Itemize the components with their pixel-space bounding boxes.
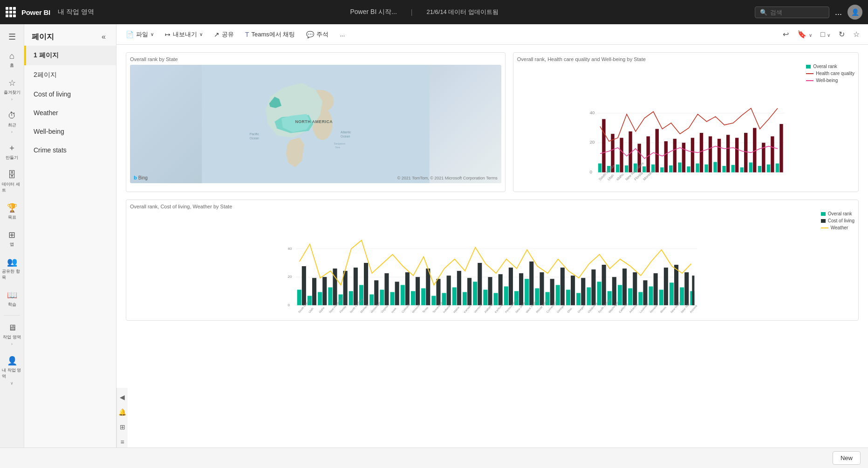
teams-button[interactable]: T Teams에서 채팅 [241,28,299,41]
svg-rect-102 [436,279,440,305]
svg-rect-48 [718,139,721,172]
right-panel-collapse-icon[interactable]: ◀ [118,392,127,403]
comment-button[interactable]: 💬 주석 [302,28,332,41]
map-svg: NORTH AMERICA Pacific Ocean Atlantic Oce… [130,65,501,183]
svg-rect-51 [731,165,734,172]
svg-text:20: 20 [288,275,292,279]
svg-rect-79 [318,292,322,305]
svg-rect-131 [587,287,591,305]
sidebar-item-learn[interactable]: 📖 학습 [0,286,24,311]
weather-label: Weather [34,109,58,117]
page-item-page2[interactable]: 2페이지 [24,65,116,85]
sidebar-item-create[interactable]: + 만들기 [0,140,24,165]
svg-text:Sea: Sea [335,146,340,149]
bookmark-button[interactable]: 🔖 ∨ [794,28,814,41]
svg-rect-105 [452,287,457,305]
app-launcher-icon[interactable] [6,7,16,17]
undo-button[interactable]: ↩ [780,28,792,41]
my-workspace-label: 내 작업 영역 [2,367,22,379]
sidebar-item-apps[interactable]: ⊞ 앱 [0,226,24,251]
sidebar-item-goals[interactable]: 🏆 목표 [0,199,24,224]
svg-rect-124 [550,279,554,305]
svg-rect-133 [597,282,601,305]
pages-collapse-button[interactable]: « [99,32,109,42]
home-icon: ⌂ [9,51,14,61]
svg-rect-111 [483,290,487,305]
svg-rect-141 [638,292,642,305]
topbar-separator: | [411,8,413,16]
legend-item-weather: Weather [821,225,854,230]
sidebar-item-datasets[interactable]: 🗄 데이터 세트 [0,166,24,197]
bottom-bar-chart-title: Overall rank, Cost of living, Weather by… [130,204,854,209]
search-input[interactable] [770,9,824,16]
sidebar-item-workspaces[interactable]: 🖥 작업 영역 › [0,319,24,350]
svg-text:Indiana: Indiana [443,304,451,314]
page-item-crime-stats[interactable]: Crime stats [24,141,116,159]
window-icon: □ [820,30,825,38]
more-toolbar-button[interactable]: ... [336,29,349,40]
refresh-button[interactable]: ↻ [836,28,847,41]
svg-rect-93 [390,292,395,305]
update-info: 21/6/14 데이터 업데이트됨 [426,8,499,16]
sidebar-item-my-workspace[interactable]: 👤 내 작업 영역 ∨ [0,352,24,389]
svg-rect-94 [395,282,399,305]
search-box[interactable]: 🔍 [755,7,829,18]
right-panel: ◀ 🔔 ⊞ ≡ [116,388,128,447]
sidebar-item-shared[interactable]: 👥 공유한 항목 [0,253,24,284]
svg-rect-85 [349,291,353,305]
more-toolbar-label: ... [340,31,345,38]
new-button[interactable]: New [833,451,861,465]
right-panel-grid-icon[interactable]: ⊞ [118,421,127,433]
wellbeing-label: Well-being [34,128,64,135]
svg-rect-147 [670,282,674,305]
recent-icon: ⏱ [8,111,16,121]
favorites-label: 즐겨찾기 [4,89,21,96]
svg-text:0: 0 [288,303,290,307]
page-item-weather[interactable]: Weather [24,103,116,122]
user-avatar[interactable]: 👤 [847,5,862,20]
favorite-report-button[interactable]: ☆ [850,28,862,41]
svg-rect-54 [744,133,747,172]
svg-rect-32 [646,136,649,172]
svg-rect-127 [566,290,570,305]
toolbar: 📄 파일 ∨ ↦ 내보내기 ∨ ↗ 공유 T Teams에서 채팅 💬 주석 [116,24,868,45]
legend-item-wellbeing: Well-being [806,78,854,83]
svg-rect-53 [740,167,743,172]
svg-rect-97 [411,291,415,305]
page-item-cost-of-living[interactable]: Cost of living [24,85,116,103]
svg-rect-31 [642,166,646,172]
window-button[interactable]: □ ∨ [818,28,833,41]
svg-rect-90 [374,280,378,305]
svg-rect-47 [713,162,717,172]
page-item-wellbeing[interactable]: Well-being [24,122,116,141]
map-placeholder[interactable]: NORTH AMERICA Pacific Ocean Atlantic Oce… [130,65,501,183]
bookmark-chevron-icon: ∨ [809,33,812,38]
svg-rect-116 [509,268,513,305]
right-panel-menu-icon[interactable]: ≡ [118,436,126,447]
svg-rect-57 [758,166,761,172]
sidebar-item-home[interactable]: ⌂ 홈 [0,48,24,72]
svg-rect-101 [431,296,436,305]
legend-wellbeing-label: Well-being [816,78,838,83]
create-label: 만들기 [6,155,18,161]
svg-rect-61 [775,164,779,172]
file-button[interactable]: 📄 파일 ∨ [122,28,157,41]
page-item-page1[interactable]: 1 페이지 [24,46,116,65]
sidebar-item-recent[interactable]: ⏱ 최근 › [0,107,24,138]
legend-cost-bar [821,219,826,223]
export-button[interactable]: ↦ 내보내기 ∨ [161,28,206,41]
svg-rect-96 [405,272,410,305]
sidebar-item-hamburger[interactable]: ☰ [0,28,24,46]
main-layout: ☰ ⌂ 홈 ☆ 즐겨찾기 › ⏱ 최근 › + 만들기 🗄 데이터 세트 🏆 목… [0,24,868,447]
svg-rect-43 [696,164,699,172]
svg-text:Illinois: Illinois [660,306,667,314]
search-icon: 🔍 [760,9,767,16]
svg-rect-108 [467,278,472,305]
avatar-icon: 👤 [851,8,859,16]
sidebar-item-favorites[interactable]: ☆ 즐겨찾기 › [0,74,24,105]
more-options-button[interactable]: ... [835,7,842,17]
share-button[interactable]: ↗ 공유 [210,28,238,41]
svg-rect-60 [771,136,774,172]
comment-icon: 💬 [306,31,314,38]
right-panel-notification-icon[interactable]: 🔔 [116,406,128,418]
